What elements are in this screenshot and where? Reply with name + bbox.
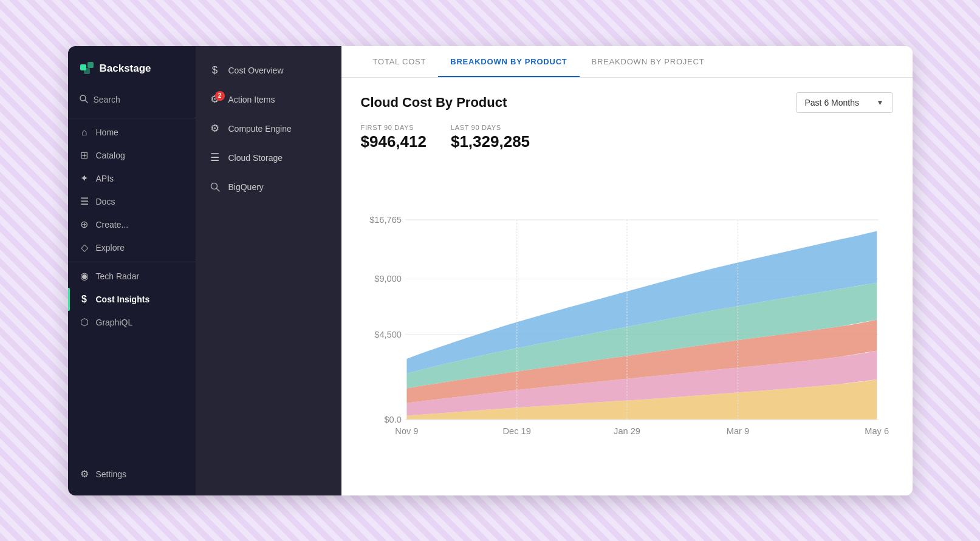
sidebar-item-graphiql[interactable]: ⬡ GraphiQL <box>68 311 196 334</box>
graphiql-icon: ⬡ <box>79 317 90 328</box>
last-period-label: LAST 90 DAYS <box>451 124 530 131</box>
sidebar-label-explore: Explore <box>96 243 125 253</box>
cost-summary: FIRST 90 DAYS $946,412 LAST 90 DAYS $1,3… <box>361 124 893 151</box>
sidebar: Backstage Search ⌂ Home ⊞ Catalog ✦ APIs <box>68 46 196 495</box>
tabs-bar: Total Cost Breakdown by Product Breakdow… <box>341 46 913 78</box>
home-icon: ⌂ <box>79 127 90 138</box>
submenu-label-action-items: Action Items <box>228 95 275 104</box>
tech-radar-icon: ◉ <box>79 271 90 282</box>
last-period-value: $1,329,285 <box>451 132 530 151</box>
settings-icon: ⚙ <box>79 469 90 480</box>
sidebar-bottom: ⚙ Settings <box>68 463 196 495</box>
sidebar-item-catalog[interactable]: ⊞ Catalog <box>68 144 196 167</box>
apis-icon: ✦ <box>79 173 90 184</box>
last-period-block: LAST 90 DAYS $1,329,285 <box>451 124 530 151</box>
x-label-mar9: Mar 9 <box>726 426 749 436</box>
x-label-nov9: Nov 9 <box>395 426 418 436</box>
logo-icon <box>79 60 95 78</box>
search-icon <box>79 94 89 106</box>
docs-icon: ☰ <box>79 196 90 207</box>
svg-rect-2 <box>84 68 90 74</box>
y-label-max: $16,765 <box>369 215 402 225</box>
action-items-badge: 2 <box>215 91 225 101</box>
submenu-label-cost-overview: Cost Overview <box>228 66 284 75</box>
first-period-block: FIRST 90 DAYS $946,412 <box>361 124 427 151</box>
svg-line-6 <box>216 188 219 191</box>
x-label-jan29: Jan 29 <box>614 426 640 436</box>
sidebar-label-home: Home <box>96 128 118 137</box>
period-dropdown-label: Past 6 Months <box>805 98 860 107</box>
sidebar-item-create[interactable]: ⊕ Create... <box>68 213 196 236</box>
submenu-item-action-items[interactable]: ⚙ Action Items 2 <box>196 85 341 114</box>
period-dropdown[interactable]: Past 6 Months ▼ <box>796 92 893 113</box>
sidebar-label-graphiql: GraphiQL <box>96 318 133 327</box>
sidebar-label-catalog: Catalog <box>96 151 125 160</box>
content-panel: Total Cost Breakdown by Product Breakdow… <box>341 46 913 495</box>
sidebar-label-settings: Settings <box>96 469 127 479</box>
tab-breakdown-by-project[interactable]: Breakdown by Project <box>580 46 717 77</box>
y-label-low: $4,500 <box>374 329 402 339</box>
submenu: $ Cost Overview ⚙ Action Items 2 ⚙ Compu… <box>196 46 341 495</box>
chart-title: Cloud Cost By Product <box>361 95 507 111</box>
first-period-value: $946,412 <box>361 132 427 151</box>
sidebar-item-tech-radar[interactable]: ◉ Tech Radar <box>68 265 196 288</box>
sidebar-item-explore[interactable]: ◇ Explore <box>68 236 196 259</box>
search-label: Search <box>94 95 120 104</box>
sidebar-spacer <box>68 334 196 463</box>
y-label-mid: $9,000 <box>374 274 402 284</box>
cost-insights-icon: $ <box>79 294 90 305</box>
x-label-may6: May 6 <box>865 426 889 436</box>
sidebar-divider <box>68 118 196 118</box>
sidebar-label-create: Create... <box>96 220 129 230</box>
chart-area: Cloud Cost By Product Past 6 Months ▼ FI… <box>341 78 913 495</box>
dropdown-arrow-icon: ▼ <box>877 98 884 107</box>
submenu-item-bigquery[interactable]: BigQuery <box>196 172 341 202</box>
tab-total-cost[interactable]: Total Cost <box>361 46 439 77</box>
app-container: Backstage Search ⌂ Home ⊞ Catalog ✦ APIs <box>68 46 913 495</box>
y-label-min: $0.0 <box>384 414 401 424</box>
explore-icon: ◇ <box>79 242 90 253</box>
search-item[interactable]: Search <box>68 89 196 111</box>
chart-svg-container: $16,765 $9,000 $4,500 $0.0 <box>361 161 893 486</box>
cost-overview-icon: $ <box>209 64 221 77</box>
submenu-item-cost-overview[interactable]: $ Cost Overview <box>196 56 341 85</box>
sidebar-item-docs[interactable]: ☰ Docs <box>68 190 196 213</box>
svg-line-4 <box>85 100 87 103</box>
x-label-dec19: Dec 19 <box>502 426 530 436</box>
submenu-label-compute-engine: Compute Engine <box>228 124 292 134</box>
sidebar-item-home[interactable]: ⌂ Home <box>68 121 196 144</box>
create-icon: ⊕ <box>79 219 90 230</box>
sidebar-item-cost-insights[interactable]: $ Cost Insights <box>68 288 196 311</box>
bigquery-icon <box>209 181 221 193</box>
catalog-icon: ⊞ <box>79 150 90 161</box>
app-title: Backstage <box>100 63 151 75</box>
sidebar-label-apis: APIs <box>96 174 114 183</box>
svg-rect-1 <box>87 62 94 68</box>
sidebar-label-docs: Docs <box>96 197 115 206</box>
app-logo[interactable]: Backstage <box>68 46 196 89</box>
compute-engine-icon: ⚙ <box>209 123 221 135</box>
chart-header: Cloud Cost By Product Past 6 Months ▼ <box>361 92 893 113</box>
first-period-label: FIRST 90 DAYS <box>361 124 427 131</box>
submenu-label-cloud-storage: Cloud Storage <box>228 153 283 163</box>
sidebar-item-settings[interactable]: ⚙ Settings <box>68 463 196 486</box>
submenu-item-compute-engine[interactable]: ⚙ Compute Engine <box>196 114 341 143</box>
cloud-storage-icon: ☰ <box>209 152 221 164</box>
sidebar-divider-2 <box>68 262 196 262</box>
tab-breakdown-by-product[interactable]: Breakdown by Product <box>438 46 579 77</box>
sidebar-item-apis[interactable]: ✦ APIs <box>68 167 196 190</box>
sidebar-label-tech-radar: Tech Radar <box>96 271 140 281</box>
sidebar-label-cost-insights: Cost Insights <box>96 294 150 304</box>
submenu-label-bigquery: BigQuery <box>228 182 264 192</box>
submenu-item-cloud-storage[interactable]: ☰ Cloud Storage <box>196 143 341 172</box>
main-content: Total Cost Breakdown by Product Breakdow… <box>341 46 913 495</box>
area-chart: $16,765 $9,000 $4,500 $0.0 <box>361 161 893 486</box>
